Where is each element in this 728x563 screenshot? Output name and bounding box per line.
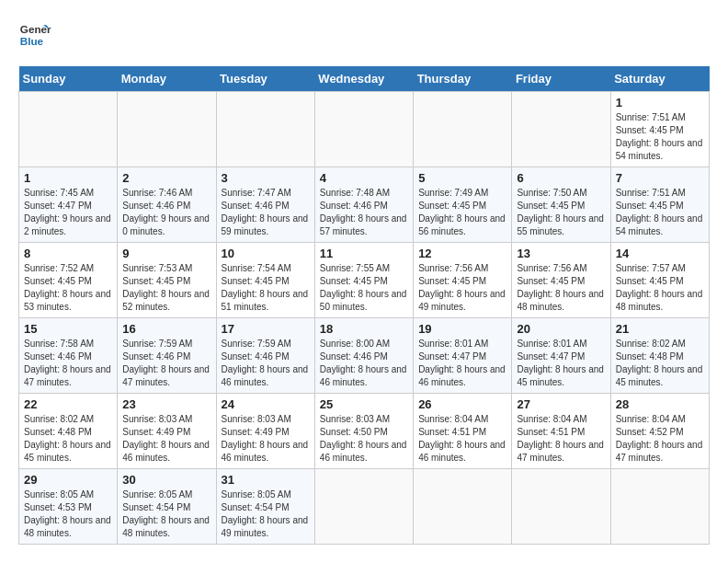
column-header-sunday: Sunday bbox=[19, 66, 118, 92]
calendar-cell: 23Sunrise: 8:03 AMSunset: 4:49 PMDayligh… bbox=[118, 394, 216, 469]
calendar-cell: 5Sunrise: 7:49 AMSunset: 4:45 PMDaylight… bbox=[414, 167, 512, 243]
calendar-cell: 1Sunrise: 7:51 AMSunset: 4:45 PMDaylight… bbox=[610, 92, 709, 167]
calendar-cell: 24Sunrise: 8:03 AMSunset: 4:49 PMDayligh… bbox=[216, 394, 314, 469]
day-info: Sunrise: 8:04 AMSunset: 4:52 PMDaylight:… bbox=[616, 413, 704, 465]
day-number: 17 bbox=[222, 322, 310, 336]
header: General Blue bbox=[18, 18, 710, 52]
day-number: 8 bbox=[24, 247, 112, 260]
day-info: Sunrise: 7:56 AMSunset: 4:45 PMDaylight:… bbox=[517, 262, 605, 314]
day-number: 30 bbox=[122, 473, 210, 487]
day-info: Sunrise: 7:49 AMSunset: 4:45 PMDaylight:… bbox=[418, 187, 506, 238]
day-number: 10 bbox=[222, 247, 310, 260]
day-number: 24 bbox=[222, 397, 310, 411]
calendar-cell: 22Sunrise: 8:02 AMSunset: 4:48 PMDayligh… bbox=[19, 394, 118, 469]
calendar-cell: 28Sunrise: 8:04 AMSunset: 4:52 PMDayligh… bbox=[610, 394, 709, 469]
week-row-3: 8Sunrise: 7:52 AMSunset: 4:45 PMDaylight… bbox=[19, 243, 710, 318]
day-info: Sunrise: 8:01 AMSunset: 4:47 PMDaylight:… bbox=[418, 338, 506, 389]
calendar-cell bbox=[314, 469, 413, 545]
logo-icon: General Blue bbox=[18, 18, 51, 52]
calendar-cell: 31Sunrise: 8:05 AMSunset: 4:54 PMDayligh… bbox=[216, 469, 314, 545]
day-number: 3 bbox=[222, 171, 310, 185]
svg-text:Blue: Blue bbox=[20, 35, 44, 47]
day-info: Sunrise: 8:00 AMSunset: 4:46 PMDaylight:… bbox=[320, 338, 408, 389]
calendar-cell bbox=[19, 92, 118, 167]
calendar-cell: 29Sunrise: 8:05 AMSunset: 4:53 PMDayligh… bbox=[19, 469, 118, 545]
day-number: 26 bbox=[418, 397, 506, 411]
day-info: Sunrise: 8:02 AMSunset: 4:48 PMDaylight:… bbox=[616, 338, 704, 389]
day-number: 1 bbox=[24, 171, 112, 185]
day-number: 21 bbox=[616, 322, 704, 336]
column-header-wednesday: Wednesday bbox=[314, 66, 413, 92]
day-info: Sunrise: 7:53 AMSunset: 4:45 PMDaylight:… bbox=[122, 262, 210, 314]
calendar-cell bbox=[414, 469, 512, 545]
day-number: 5 bbox=[418, 171, 506, 185]
day-info: Sunrise: 8:04 AMSunset: 4:51 PMDaylight:… bbox=[418, 413, 506, 465]
column-header-friday: Friday bbox=[512, 66, 610, 92]
calendar-cell: 7Sunrise: 7:51 AMSunset: 4:45 PMDaylight… bbox=[610, 167, 709, 243]
calendar-cell: 9Sunrise: 7:53 AMSunset: 4:45 PMDaylight… bbox=[118, 243, 216, 318]
week-row-2: 1Sunrise: 7:45 AMSunset: 4:47 PMDaylight… bbox=[19, 167, 710, 243]
calendar-cell: 13Sunrise: 7:56 AMSunset: 4:45 PMDayligh… bbox=[512, 243, 610, 318]
calendar-cell: 11Sunrise: 7:55 AMSunset: 4:45 PMDayligh… bbox=[314, 243, 413, 318]
day-number: 19 bbox=[418, 322, 506, 336]
day-number: 16 bbox=[122, 322, 210, 336]
calendar-cell: 8Sunrise: 7:52 AMSunset: 4:45 PMDaylight… bbox=[19, 243, 118, 318]
day-number: 15 bbox=[24, 322, 112, 336]
day-number: 29 bbox=[24, 473, 112, 487]
day-number: 14 bbox=[616, 247, 704, 260]
calendar-cell: 27Sunrise: 8:04 AMSunset: 4:51 PMDayligh… bbox=[512, 394, 610, 469]
calendar-cell: 15Sunrise: 7:58 AMSunset: 4:46 PMDayligh… bbox=[19, 318, 118, 394]
calendar-cell: 10Sunrise: 7:54 AMSunset: 4:45 PMDayligh… bbox=[216, 243, 314, 318]
day-number: 18 bbox=[320, 322, 408, 336]
calendar-cell bbox=[216, 92, 314, 167]
calendar-table: SundayMondayTuesdayWednesdayThursdayFrid… bbox=[18, 66, 710, 545]
week-row-5: 22Sunrise: 8:02 AMSunset: 4:48 PMDayligh… bbox=[19, 394, 710, 469]
day-info: Sunrise: 7:59 AMSunset: 4:46 PMDaylight:… bbox=[122, 338, 210, 389]
day-number: 2 bbox=[122, 171, 210, 185]
week-row-1: 1Sunrise: 7:51 AMSunset: 4:45 PMDaylight… bbox=[19, 92, 710, 167]
day-info: Sunrise: 8:01 AMSunset: 4:47 PMDaylight:… bbox=[517, 338, 605, 389]
day-info: Sunrise: 8:03 AMSunset: 4:50 PMDaylight:… bbox=[320, 413, 408, 465]
day-number: 25 bbox=[320, 397, 408, 411]
day-info: Sunrise: 8:05 AMSunset: 4:54 PMDaylight:… bbox=[222, 488, 310, 540]
logo: General Blue bbox=[18, 18, 51, 52]
day-info: Sunrise: 7:59 AMSunset: 4:46 PMDaylight:… bbox=[222, 338, 310, 389]
calendar-cell: 21Sunrise: 8:02 AMSunset: 4:48 PMDayligh… bbox=[610, 318, 709, 394]
calendar-cell: 1Sunrise: 7:45 AMSunset: 4:47 PMDaylight… bbox=[19, 167, 118, 243]
day-number: 9 bbox=[122, 247, 210, 260]
day-info: Sunrise: 8:05 AMSunset: 4:53 PMDaylight:… bbox=[24, 488, 112, 540]
day-info: Sunrise: 7:56 AMSunset: 4:45 PMDaylight:… bbox=[418, 262, 506, 314]
svg-text:General: General bbox=[20, 23, 51, 35]
day-number: 27 bbox=[517, 397, 605, 411]
day-number: 31 bbox=[222, 473, 310, 487]
calendar-cell: 26Sunrise: 8:04 AMSunset: 4:51 PMDayligh… bbox=[414, 394, 512, 469]
header-row: SundayMondayTuesdayWednesdayThursdayFrid… bbox=[19, 66, 710, 92]
day-info: Sunrise: 7:50 AMSunset: 4:45 PMDaylight:… bbox=[517, 187, 605, 238]
calendar-cell: 3Sunrise: 7:47 AMSunset: 4:46 PMDaylight… bbox=[216, 167, 314, 243]
day-number: 20 bbox=[517, 322, 605, 336]
calendar-cell: 12Sunrise: 7:56 AMSunset: 4:45 PMDayligh… bbox=[414, 243, 512, 318]
day-number: 13 bbox=[517, 247, 605, 260]
day-info: Sunrise: 8:04 AMSunset: 4:51 PMDaylight:… bbox=[517, 413, 605, 465]
calendar-cell bbox=[314, 92, 413, 167]
day-number: 4 bbox=[320, 171, 408, 185]
day-info: Sunrise: 7:48 AMSunset: 4:46 PMDaylight:… bbox=[320, 187, 408, 238]
calendar-cell: 20Sunrise: 8:01 AMSunset: 4:47 PMDayligh… bbox=[512, 318, 610, 394]
calendar-cell: 16Sunrise: 7:59 AMSunset: 4:46 PMDayligh… bbox=[118, 318, 216, 394]
day-info: Sunrise: 7:57 AMSunset: 4:45 PMDaylight:… bbox=[616, 262, 704, 314]
calendar-cell: 6Sunrise: 7:50 AMSunset: 4:45 PMDaylight… bbox=[512, 167, 610, 243]
calendar-cell: 4Sunrise: 7:48 AMSunset: 4:46 PMDaylight… bbox=[314, 167, 413, 243]
day-info: Sunrise: 7:55 AMSunset: 4:45 PMDaylight:… bbox=[320, 262, 408, 314]
calendar-cell: 18Sunrise: 8:00 AMSunset: 4:46 PMDayligh… bbox=[314, 318, 413, 394]
day-info: Sunrise: 7:52 AMSunset: 4:45 PMDaylight:… bbox=[24, 262, 112, 314]
calendar-cell bbox=[512, 469, 610, 545]
day-number: 12 bbox=[418, 247, 506, 260]
day-number: 7 bbox=[616, 171, 704, 185]
day-number: 11 bbox=[320, 247, 408, 260]
day-info: Sunrise: 7:47 AMSunset: 4:46 PMDaylight:… bbox=[222, 187, 310, 238]
calendar-cell: 30Sunrise: 8:05 AMSunset: 4:54 PMDayligh… bbox=[118, 469, 216, 545]
calendar-cell: 2Sunrise: 7:46 AMSunset: 4:46 PMDaylight… bbox=[118, 167, 216, 243]
calendar-cell bbox=[414, 92, 512, 167]
column-header-monday: Monday bbox=[118, 66, 216, 92]
day-info: Sunrise: 8:02 AMSunset: 4:48 PMDaylight:… bbox=[24, 413, 112, 465]
